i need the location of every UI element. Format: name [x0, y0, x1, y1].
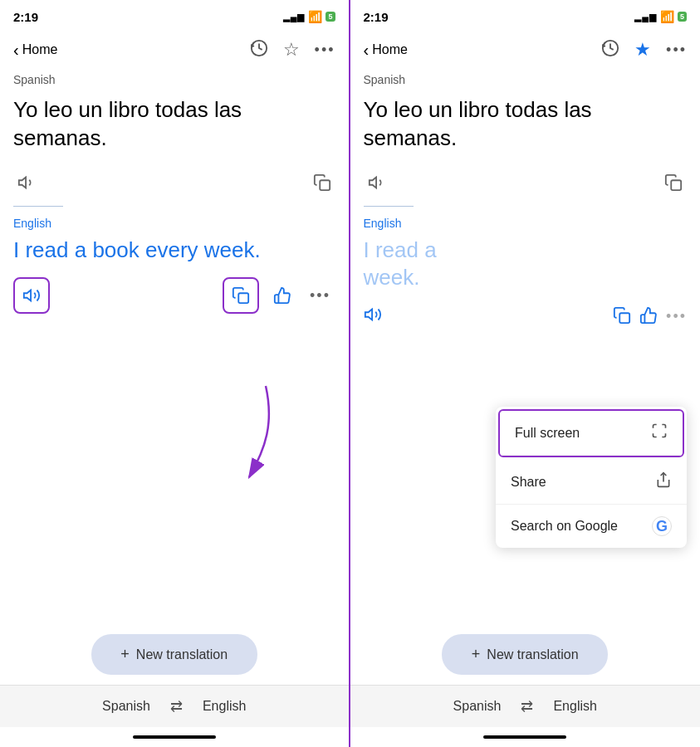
plus-icon-right: + [472, 646, 481, 663]
source-audio-icon-left[interactable] [13, 169, 40, 196]
divider-right [364, 206, 414, 207]
more-btn-right[interactable]: ••• [666, 308, 687, 325]
audio-btn-right[interactable] [364, 305, 382, 328]
source-copy-icon-right[interactable] [660, 169, 687, 196]
target-lang-left: English [0, 213, 349, 233]
home-indicator-right [350, 727, 701, 747]
lang-switcher-right: Spanish ⇄ English [350, 685, 701, 727]
history-icon-left[interactable] [250, 39, 268, 61]
svg-rect-8 [671, 180, 681, 190]
star-icon-right[interactable]: ★ [634, 39, 651, 61]
share-label: Share [511, 475, 546, 490]
svg-marker-7 [369, 177, 375, 188]
left-panel: 2:19 ▂▄▆ 📶 5 ‹ Home ☆ ••• Spanish Yo leo… [0, 0, 350, 747]
new-translation-label-left: New translation [136, 647, 228, 662]
source-lang-left: Spanish [0, 70, 349, 90]
source-icon-row-right [350, 166, 701, 199]
source-lang-right: Spanish [350, 70, 701, 90]
status-time-left: 2:19 [13, 10, 38, 24]
thumbs-btn-right[interactable] [639, 306, 658, 328]
svg-rect-10 [619, 313, 629, 323]
source-audio-icon-right[interactable] [364, 169, 390, 196]
home-indicator-left [0, 727, 349, 747]
star-icon-left[interactable]: ☆ [283, 39, 300, 61]
history-icon-right[interactable] [601, 39, 619, 61]
dropdown-share[interactable]: Share [496, 460, 687, 505]
lang1-btn-right[interactable]: Spanish [447, 696, 508, 717]
thumbs-btn-left[interactable] [267, 281, 297, 310]
plus-icon-left: + [120, 646, 130, 663]
back-icon-right[interactable]: ‹ [364, 41, 370, 60]
action-row-left: ••• [0, 271, 349, 320]
svg-rect-4 [238, 294, 248, 304]
source-text-right: Yo leo un libro todas las semanas. [350, 90, 701, 166]
more-btn-left[interactable]: ••• [306, 281, 335, 310]
dropdown-fullscreen[interactable]: Full screen [500, 411, 683, 456]
translated-text-right: I read aweek. [350, 233, 701, 300]
svg-rect-2 [320, 180, 330, 190]
nav-icons-left: ☆ ••• [250, 39, 335, 61]
audio-btn-left[interactable] [13, 277, 50, 314]
more-icon-right[interactable]: ••• [666, 42, 687, 59]
source-icon-row-left [0, 166, 349, 199]
divider-left [13, 206, 63, 207]
fullscreen-label: Full screen [515, 426, 580, 441]
new-translation-container-left: + New translation [0, 624, 349, 685]
nav-bar-left: ‹ Home ☆ ••• [0, 30, 349, 70]
nav-left-right[interactable]: ‹ Home [364, 41, 408, 60]
signal-icon-left: ▂▄▆ [283, 12, 306, 22]
wifi-icon-left: 📶 [308, 10, 322, 23]
share-icon [655, 471, 672, 492]
lang1-btn-left[interactable]: Spanish [95, 696, 157, 717]
lang-switcher-left: Spanish ⇄ English [0, 685, 349, 727]
home-bar-right [483, 735, 566, 739]
svg-marker-9 [365, 310, 371, 320]
lang2-btn-left[interactable]: English [196, 696, 252, 717]
nav-icons-right: ★ ••• [601, 39, 687, 61]
source-copy-icon-left[interactable] [309, 169, 335, 196]
nav-left-left[interactable]: ‹ Home [13, 41, 57, 60]
fullscreen-icon [651, 422, 668, 443]
home-label-left[interactable]: Home [22, 42, 58, 57]
source-text-left: Yo leo un libro todas las semanas. [0, 90, 349, 166]
status-bar-left: 2:19 ▂▄▆ 📶 5 [0, 0, 349, 30]
action-row-right: ••• [350, 299, 701, 334]
target-lang-right: English [350, 213, 701, 233]
swap-icon-left[interactable]: ⇄ [170, 697, 183, 715]
search-google-label: Search on Google [511, 519, 618, 534]
swap-icon-right[interactable]: ⇄ [521, 697, 533, 715]
status-time-right: 2:19 [364, 10, 389, 24]
svg-marker-1 [19, 177, 26, 188]
dropdown-menu-right: Full screen Share Search on Google G [496, 407, 687, 548]
google-icon: G [652, 516, 672, 536]
right-panel: 2:19 ▂▄▆ 📶 5 ‹ Home ★ ••• Spanish Yo leo… [350, 0, 701, 747]
wifi-icon-right: 📶 [660, 10, 674, 23]
more-icon-left[interactable]: ••• [315, 42, 335, 59]
battery-right: 5 [678, 12, 687, 22]
battery-left: 5 [326, 12, 335, 22]
dropdown-search-google[interactable]: Search on Google G [496, 505, 687, 548]
signal-icon-right: ▂▄▆ [634, 12, 657, 22]
status-icons-right: ▂▄▆ 📶 5 [634, 10, 687, 23]
new-translation-btn-right[interactable]: + New translation [442, 634, 608, 675]
back-icon-left[interactable]: ‹ [13, 41, 19, 60]
home-label-right[interactable]: Home [372, 42, 408, 57]
new-translation-container-right: + New translation [350, 624, 701, 685]
status-icons-left: ▂▄▆ 📶 5 [283, 10, 335, 23]
copy-btn-left[interactable] [223, 277, 259, 314]
home-bar-left [133, 735, 216, 739]
nav-bar-right: ‹ Home ★ ••• [350, 30, 701, 70]
status-bar-right: 2:19 ▂▄▆ 📶 5 [350, 0, 701, 30]
new-translation-btn-left[interactable]: + New translation [91, 634, 257, 675]
new-translation-label-right: New translation [487, 647, 578, 662]
svg-marker-3 [24, 290, 31, 301]
lang2-btn-right[interactable]: English [546, 696, 603, 717]
translated-text-left: I read a book every week. [0, 233, 349, 271]
copy-btn-right[interactable] [613, 306, 631, 328]
